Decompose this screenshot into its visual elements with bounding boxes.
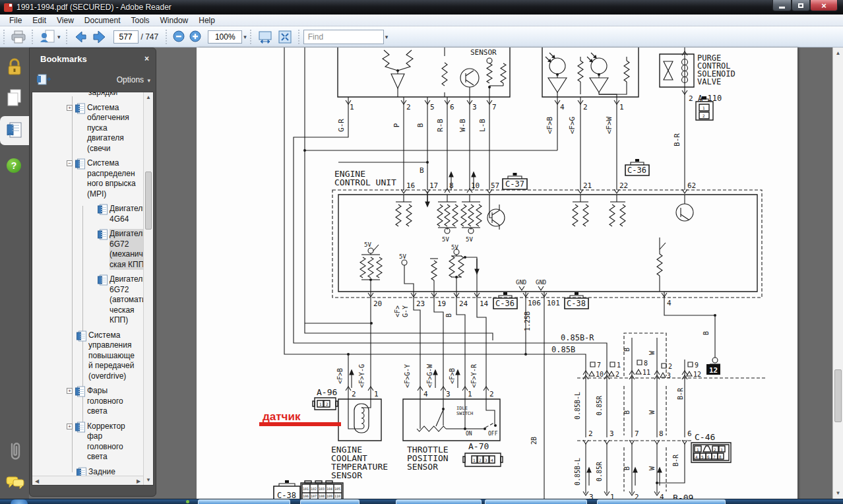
diagram-label: W-B [458, 119, 467, 132]
menu-item-view[interactable]: View [51, 15, 79, 26]
scrollbar-thumb[interactable] [145, 172, 152, 230]
taskbar-button[interactable] [198, 499, 290, 504]
diagram-line [688, 362, 693, 367]
options-menu[interactable]: Options ▾ [117, 75, 150, 84]
bookmark-item[interactable]: −Системараспределенного впрыска(MPI) [32, 158, 143, 199]
taskbar-button[interactable] [396, 499, 482, 504]
diagram-label: 7 [713, 455, 716, 459]
pages-panel-icon[interactable] [6, 88, 23, 111]
diagram-label: 1 [473, 458, 476, 462]
diagram-line [489, 195, 492, 218]
identity-button[interactable]: ▾ [37, 28, 63, 46]
scroll-down-icon[interactable]: ▼ [144, 477, 153, 483]
diagram-label: 2 [489, 390, 494, 398]
bookmarks-horizontal-scrollbar[interactable]: ◀ ▶ [32, 476, 143, 485]
diagram-label: C-36 [495, 299, 515, 308]
chevron-down-icon[interactable]: ▾ [243, 34, 247, 40]
taskbar-button[interactable] [485, 499, 587, 504]
diagram-label: 0.85B-L [574, 458, 581, 486]
bookmark-item[interactable]: Двигатель6G72(механическая КПП) [32, 229, 143, 270]
diagram-label: 1 [617, 362, 621, 369]
diagram-label: <F>G-Y [404, 364, 411, 388]
diagram-label: <F>G-W [426, 363, 433, 388]
chevron-down-icon[interactable]: ▾ [385, 34, 389, 40]
print-button[interactable] [9, 28, 28, 46]
start-button[interactable] [11, 499, 28, 504]
collapse-icon[interactable]: − [67, 160, 73, 166]
close-button[interactable]: × [810, 0, 838, 11]
diagram-label: IDLE [456, 406, 468, 411]
panel-close-icon[interactable]: × [144, 54, 149, 63]
previous-page-button[interactable] [71, 28, 90, 46]
scroll-right-icon[interactable]: ▶ [136, 478, 141, 484]
diagram-label: 6 [707, 455, 710, 459]
scroll-up-icon[interactable]: ▲ [833, 50, 843, 56]
bookmarks-panel-tab[interactable] [0, 116, 29, 145]
menu-item-document[interactable]: Document [79, 15, 126, 26]
scroll-left-icon[interactable]: ◀ [34, 478, 40, 484]
diagram-line [662, 363, 666, 368]
menu-item-window[interactable]: Window [155, 15, 194, 26]
title-bar[interactable]: 1991-1994.pdf (SECURED) - Adobe Reader × [0, 0, 843, 15]
zoom-in-button[interactable] [187, 28, 204, 46]
diagram-line [338, 399, 381, 441]
bookmark-item[interactable]: Системауправленияповышающей передачей(ov… [32, 331, 143, 382]
diagram-label: 4 [560, 103, 565, 111]
menu-item-tools[interactable]: Tools [126, 15, 155, 26]
junction-dot [442, 408, 445, 410]
minimize-button[interactable] [772, 0, 792, 11]
diagram-label: 57 [491, 181, 499, 190]
diagram-circle [402, 260, 407, 265]
diagram-line [391, 74, 404, 88]
comments-icon[interactable] [5, 475, 25, 493]
diagram-line [542, 47, 639, 97]
scrollbar-thumb[interactable] [834, 369, 842, 422]
diagram-label: W [648, 466, 656, 470]
diagram-label: 0.85R [596, 395, 603, 416]
diagram-label: 101 [547, 299, 560, 307]
bookmark-item[interactable]: Двигатель4G64 [32, 204, 143, 224]
expand-bookmark-icon[interactable] [36, 74, 52, 86]
fit-page-button[interactable] [275, 28, 295, 46]
diagram-label: 19 [437, 299, 446, 308]
bookmark-item[interactable]: +Системаоблегченияпускадвигателя(свечи [32, 103, 143, 154]
bookmark-item[interactable]: +Корректорфарголовногосвета [32, 422, 143, 462]
bookmark-label: Двигатель6G72(автоматическаяКПП) [109, 274, 143, 326]
diagram-label: B-R [677, 387, 684, 400]
page-number-input[interactable] [113, 30, 139, 44]
next-page-button[interactable] [90, 28, 109, 46]
expand-icon[interactable]: + [67, 388, 73, 394]
fit-width-button[interactable] [255, 28, 275, 46]
zoom-out-button[interactable] [171, 28, 187, 46]
attachments-paperclip-icon[interactable] [7, 441, 23, 466]
zoom-level-input[interactable] [208, 30, 242, 44]
bookmark-item[interactable]: +Фарыголовногосвета [32, 386, 143, 417]
scroll-up-icon[interactable]: ▲ [144, 94, 153, 100]
search-input[interactable] [303, 30, 384, 44]
bookmark-item[interactable]: Двигатель6G72(автоматическаяКПП) [32, 274, 143, 326]
bookmark-item[interactable]: зарядки [32, 92, 143, 98]
diagram-label: 5V [466, 236, 473, 243]
windows-taskbar[interactable] [0, 499, 843, 504]
diagram-line [589, 371, 594, 376]
expand-icon[interactable]: + [67, 105, 73, 111]
taskbar-button[interactable] [597, 499, 726, 504]
menu-item-help[interactable]: Help [193, 15, 220, 26]
menu-item-file[interactable]: File [4, 15, 27, 26]
scroll-down-icon[interactable]: ▼ [833, 490, 843, 496]
diagram-label: 0.85R [596, 461, 603, 482]
taskbar-button[interactable] [300, 499, 359, 504]
toolbar-grip [165, 30, 168, 44]
security-lock-icon[interactable] [7, 58, 22, 79]
diagram-label: <F>W [605, 116, 613, 134]
document-viewport[interactable]: SENSOR1256374212A-110PURGECONTROLSOLENOI… [156, 47, 832, 504]
toolbar-grip [3, 30, 6, 44]
help-icon[interactable]: ? [7, 158, 21, 173]
diagram-label: 2 [479, 458, 482, 462]
bookmarks-vertical-scrollbar[interactable]: ▲ ▼ [143, 92, 153, 485]
restore-button[interactable] [792, 0, 810, 11]
page-total: / 747 [141, 32, 159, 42]
expand-icon[interactable]: + [67, 424, 73, 429]
document-vertical-scrollbar[interactable]: ▲ ▼ [832, 47, 843, 504]
menu-item-edit[interactable]: Edit [27, 15, 51, 26]
